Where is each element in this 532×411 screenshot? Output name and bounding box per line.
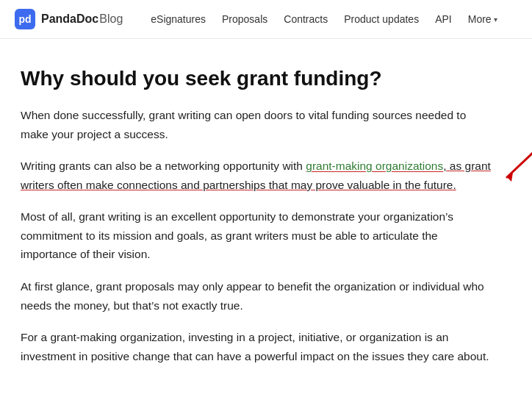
navbar: pd PandaDoc Blog eSignatures Proposals C… (0, 0, 532, 39)
nav-link-product-updates[interactable]: Product updates (337, 9, 426, 29)
nav-links: eSignatures Proposals Contracts Product … (143, 9, 517, 29)
nav-link-contracts[interactable]: Contracts (276, 9, 335, 29)
logo[interactable]: pd PandaDoc Blog (15, 9, 123, 29)
nav-link-esignatures[interactable]: eSignatures (143, 9, 213, 29)
red-arrow-annotation (469, 151, 532, 187)
logo-icon: pd (15, 9, 35, 29)
paragraph-4: At first glance, grant proposals may onl… (21, 277, 497, 315)
paragraph-2: Writing grants can also be a networking … (21, 157, 497, 194)
paragraph-3: Most of all, grant writing is an excelle… (21, 207, 497, 264)
nav-link-api[interactable]: API (428, 9, 459, 29)
paragraph-1: When done successfully, grant writing ca… (21, 106, 497, 143)
logo-brand: PandaDoc (41, 12, 98, 26)
nav-link-proposals[interactable]: Proposals (215, 9, 275, 29)
logo-sub: Blog (99, 12, 123, 26)
chevron-down-icon: ▾ (494, 15, 497, 24)
nav-link-more[interactable]: More ▾ (461, 9, 505, 29)
paragraph-5: For a grant-making organization, investi… (21, 328, 497, 365)
article-title: Why should you seek grant funding? (21, 65, 497, 91)
logo-text: PandaDoc Blog (41, 12, 123, 26)
grant-making-link[interactable]: grant-making organizations (306, 160, 443, 172)
article-body: When done successfully, grant writing ca… (21, 106, 497, 365)
article-content: Why should you seek grant funding? When … (0, 39, 532, 392)
svg-line-0 (507, 152, 532, 177)
